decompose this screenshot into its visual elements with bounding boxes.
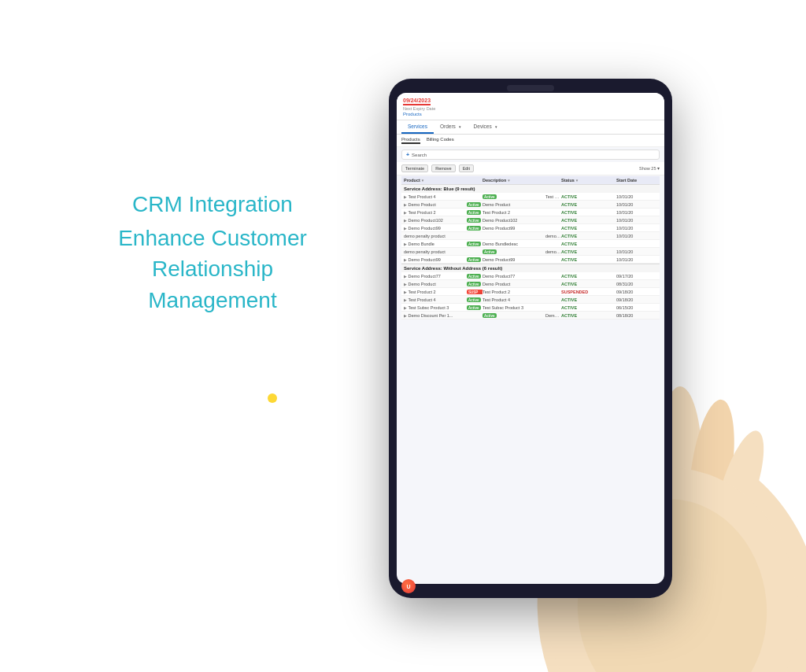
table-row: ▶ Test Subsc Product 3 Active Test Subsc… — [401, 304, 660, 312]
screen-subtabs: Products Billing Codes — [397, 135, 664, 147]
screen-expiry-label: Next Expiry Date — [403, 106, 658, 111]
tablet-device: 09/24/2023 Next Expiry Date Products Ser… — [389, 79, 672, 598]
search-plus-icon: + — [406, 152, 409, 157]
section-header-without-address: Service Address: Without Address (6 resu… — [401, 264, 660, 272]
yellow-dot-decoration — [268, 393, 277, 403]
crm-title-line1: CRM Integration — [63, 189, 362, 220]
tab-orders[interactable]: Orders ▾ — [434, 120, 468, 134]
screen-products-link[interactable]: Products — [403, 112, 658, 116]
table-row: ▶ Test Product 4 Active Test Product 4 A… — [401, 193, 660, 201]
tab-devices[interactable]: Devices ▾ — [468, 120, 504, 134]
screen-table: Product ▼ Description ▼ Status ▼ Start D… — [401, 176, 660, 319]
tablet-camera-notch — [507, 85, 554, 91]
table-row: ▶ Test Product 4 Active Test Product 4 A… — [401, 296, 660, 304]
show-count[interactable]: Show 25 ▾ — [639, 166, 660, 171]
subtab-products[interactable]: Products — [401, 137, 420, 144]
screen-tabs: Services Orders ▾ Devices ▾ — [397, 120, 664, 135]
col-header-product: Product ▼ — [404, 178, 467, 183]
user-avatar[interactable]: U — [401, 579, 416, 584]
screen-search-bar[interactable]: + Search — [401, 150, 660, 160]
crm-subtitle-line2: Enhance Customer Relationship — [63, 223, 362, 284]
table-row: ▶ Demo Bundle Active Demo Bundledesc ACT… — [401, 240, 660, 248]
subtab-billing-codes[interactable]: Billing Codes — [427, 137, 454, 144]
crm-subtitle-line3: Management — [63, 285, 362, 316]
terminate-button[interactable]: Terminate — [401, 164, 428, 172]
screen-date: 09/24/2023 — [403, 98, 431, 105]
tab-services[interactable]: Services — [401, 120, 434, 134]
screen-header: 09/24/2023 Next Expiry Date Products — [397, 93, 664, 120]
table-row: ▶ Demo Product Active Demo Product ACTIV… — [401, 201, 660, 209]
table-row: ▶ Test Product 2 SUSPENDED Test Product … — [401, 288, 660, 296]
col-header-status: Status ▼ — [561, 178, 601, 183]
table-row: demo penalty product demo penalty produc… — [401, 232, 660, 240]
table-row: ▶ Demo Product99 Active Demo Product99 A… — [401, 224, 660, 232]
tablet-screen: 09/24/2023 Next Expiry Date Products Ser… — [397, 93, 664, 584]
table-row: ▶ Demo Product77 Active Demo Product77 A… — [401, 272, 660, 280]
table-row: ▶ Demo Product Active Demo Product ACTIV… — [401, 280, 660, 288]
search-label: Search — [412, 153, 427, 157]
section-header-blue: Service Address: Blue (9 result) — [401, 184, 660, 193]
edit-button[interactable]: Edit — [459, 164, 474, 172]
table-row: ▶ Demo Product102 Active Demo Product102… — [401, 216, 660, 224]
col-header-description: Description ▼ — [482, 178, 545, 183]
table-row: ▶ Demo Discount Per 1... Active Demo Dis… — [401, 312, 660, 319]
remove-button[interactable]: Remove — [431, 164, 455, 172]
table-row: demo penalty product Active demo penalty… — [401, 248, 660, 256]
col-header-start-date: Start Date — [616, 178, 656, 183]
screen-toolbar: Terminate Remove Edit Show 25 ▾ — [397, 162, 664, 175]
left-content-panel: CRM Integration Enhance Customer Relatio… — [63, 189, 362, 316]
table-row: ▶ Test Product 2 Active Test Product 2 A… — [401, 209, 660, 216]
table-header-row: Product ▼ Description ▼ Status ▼ Start D… — [401, 176, 660, 184]
table-row: ▶ Demo Product99 Active Demo Product99 A… — [401, 256, 660, 264]
